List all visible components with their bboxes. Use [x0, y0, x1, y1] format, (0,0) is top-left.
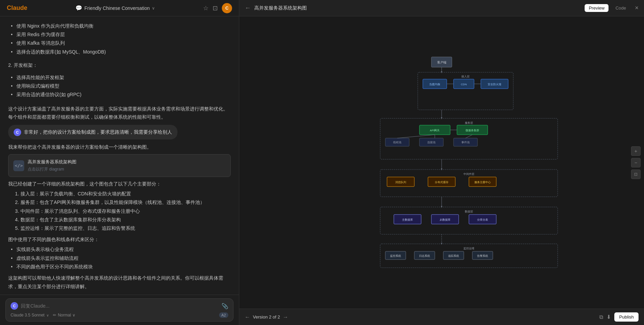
input-area: C 📎 Claude 3.5 Sonnet ∨ ✏ Normal ∨ A2	[0, 295, 239, 325]
share-icon[interactable]: ⊡	[213, 4, 218, 12]
list-item: 使用 Nginx 作为反向代理和负载均衡	[11, 22, 231, 30]
chat-content: 使用 Nginx 作为反向代理和负载均衡 采用 Redis 作为缓存层 使用 K…	[0, 16, 239, 295]
version-label: Version 2 of 2	[253, 314, 280, 320]
preview-title: 高并发服务器系统架构图	[254, 5, 307, 11]
user-message-text: 非常好，把你的设计方案绘制成图，要求思路清晰，我需要分享给别人	[24, 128, 172, 136]
next-version-button[interactable]: →	[283, 314, 288, 320]
preview-header-right: Preview Code ×	[585, 4, 639, 12]
model-label: Claude 3.5 Sonnet	[11, 313, 44, 317]
list-item: 1. 接入层：展示了负载均衡、CDN和安全防火墙的配置	[15, 190, 231, 198]
svg-text:日志系统: 日志系统	[419, 254, 430, 257]
download-button[interactable]: ⬇	[606, 314, 611, 320]
zoom-out-button[interactable]: −	[631, 158, 641, 167]
list-item: 采用合适的通信协议(如 gRPC)	[11, 90, 231, 99]
attach-icon[interactable]: 📎	[221, 303, 228, 309]
svg-text:监控运维: 监控运维	[463, 247, 474, 250]
bullet-list-2: 选择高性能的开发框架 使用响应式编程模型 采用合适的通信协议(如 gRPC)	[8, 73, 231, 99]
tab-code-button[interactable]: Code	[611, 4, 630, 12]
svg-text:客户端: 客户端	[437, 61, 446, 64]
summary-text: 这个设计方案涵盖了高并发服务器的主要方面，实际实施需要根据具体业务需求和场景进行…	[8, 105, 231, 121]
chat-icon: 💬	[75, 5, 82, 11]
input-user-icon: C	[11, 302, 18, 310]
list-item: 实线箭头表示核心业务流程	[11, 245, 231, 254]
svg-text:从数据库: 从数据库	[440, 218, 450, 221]
preview-header-left: ← 高并发服务器系统架构图	[245, 4, 307, 12]
svg-text:分库分表: 分库分表	[477, 218, 488, 221]
top-bar: Claude 💬 Friendly Chinese Conversation ∨…	[0, 0, 239, 16]
preview-footer: ← Version 2 of 2 → ⧉ ⬇ Publish	[239, 309, 644, 325]
svg-text:API网关: API网关	[430, 129, 440, 132]
mode-chevron-icon: ∨	[72, 313, 75, 317]
preview-canvas: 客户端 接入层 负载均衡 CDN 安全防火墙 服务层	[239, 16, 644, 309]
model-chevron-icon: ∨	[46, 313, 49, 317]
user-message-bubble: C 非常好，把你的设计方案绘制成图，要求思路清晰，我需要分享给别人	[8, 125, 177, 139]
mode-selector[interactable]: ✏ Normal ∨	[53, 313, 75, 317]
model-selector[interactable]: Claude 3.5 Sonnet ∨	[11, 313, 49, 317]
conversation-title[interactable]: 💬 Friendly Chinese Conversation ∨	[75, 5, 155, 11]
assistant-desc: 我已经创建了一个详细的系统架构图，这个图包含了以下几个主要部分：	[8, 180, 231, 188]
assistant-intro: 我来帮你把这个高并发服务器的设计方案绘制成一个清晰的架构图。	[8, 143, 231, 151]
right-panel: ← 高并发服务器系统架构图 Preview Code × 客户端 接入层 负载均…	[239, 0, 644, 325]
preview-back-button[interactable]: ←	[245, 4, 251, 12]
prev-version-button[interactable]: ←	[245, 314, 250, 320]
preview-header: ← 高并发服务器系统架构图 Preview Code ×	[239, 0, 644, 16]
code-block-info: 高并发服务器系统架构图 点击以打开 diagram	[28, 158, 76, 173]
left-panel: Claude 💬 Friendly Chinese Conversation ∨…	[0, 0, 239, 325]
bullet-list-1: 使用 Nginx 作为反向代理和负载均衡 采用 Redis 作为缓存层 使用 K…	[8, 22, 231, 56]
zoom-controls: + − ⊡	[631, 146, 641, 179]
list-item: 使用 Kafka 等消息队列	[11, 39, 231, 47]
assistant-closing: 这架构图可以帮助他人快速理解整个高并发系统的设计思路和各个组件之间的关系。你可以…	[8, 274, 231, 291]
svg-text:CDN: CDN	[461, 83, 467, 86]
svg-text:负载均衡: 负载均衡	[429, 83, 440, 86]
tab-preview-button[interactable]: Preview	[585, 4, 609, 12]
svg-text:事件池: 事件池	[461, 141, 470, 144]
zoom-in-button[interactable]: +	[631, 146, 641, 156]
svg-text:主数据库: 主数据库	[402, 218, 413, 221]
list-item: 采用 Redis 作为缓存层	[11, 30, 231, 39]
copy-button[interactable]: ⧉	[599, 314, 603, 320]
svg-text:服务注册中心: 服务注册中心	[474, 181, 491, 184]
conversation-title-text: Friendly Chinese Conversation	[84, 5, 149, 11]
svg-text:追踪系统: 追踪系统	[448, 254, 459, 257]
code-icon: </>	[13, 160, 24, 171]
svg-text:安全防火墙: 安全防火墙	[488, 83, 501, 86]
svg-text:连接池: 连接池	[427, 141, 435, 144]
star-icon[interactable]: ☆	[203, 4, 209, 12]
publish-button[interactable]: Publish	[614, 312, 639, 322]
code-block-ref[interactable]: </> 高并发服务器系统架构图 点击以打开 diagram	[8, 154, 231, 177]
svg-text:告警系统: 告警系统	[477, 254, 488, 257]
footer-right: ⧉ ⬇ Publish	[599, 312, 639, 322]
svg-text:线程池: 线程池	[393, 141, 401, 144]
input-footer: Claude 3.5 Sonnet ∨ ✏ Normal ∨ A2	[11, 312, 228, 318]
token-badge: A2	[219, 312, 228, 318]
list-item: 5. 监控运维：展示了完整的监控、日志、追踪和告警系统	[15, 224, 231, 233]
svg-text:分布式缓存: 分布式缓存	[435, 181, 448, 184]
code-block-subtitle: 点击以打开 diagram	[28, 166, 76, 173]
avatar[interactable]: C	[222, 3, 232, 13]
list-item: 选择合适的数据库(如 MySQL、MongoDB)	[11, 48, 231, 56]
input-box: C 📎 Claude 3.5 Sonnet ∨ ✏ Normal ∨ A2	[5, 298, 233, 322]
list-item: 虚线箭头表示监控和辅助流程	[11, 254, 231, 263]
legend-intro: 图中使用了不同的颜色和线条样式来区分：	[8, 235, 231, 244]
section-heading-2: 2. 开发框架：	[8, 62, 231, 69]
code-block-title: 高并发服务器系统架构图	[28, 158, 76, 166]
footer-left: ← Version 2 of 2 →	[245, 314, 288, 320]
input-row: C 📎	[11, 302, 228, 310]
svg-text:数据层: 数据层	[465, 210, 473, 213]
list-item: 4. 数据层：包含了主从数据库集群和分库分表架构	[15, 216, 231, 224]
svg-text:中间件层: 中间件层	[463, 173, 474, 176]
user-avatar-small: C	[14, 129, 21, 136]
numbered-list: 1. 接入层：展示了负载均衡、CDN和安全防火墙的配置 2. 服务层：包含了AP…	[8, 190, 231, 233]
title-chevron-icon: ∨	[152, 6, 155, 11]
svg-text:接入层: 接入层	[461, 75, 470, 78]
fit-view-button[interactable]: ⊡	[631, 169, 641, 179]
chat-input[interactable]	[21, 303, 219, 309]
mode-label: Normal	[58, 313, 71, 317]
app-name: Claude	[7, 4, 27, 12]
list-item: 选择高性能的开发框架	[11, 73, 231, 82]
list-item: 使用响应式编程模型	[11, 82, 231, 90]
preview-close-button[interactable]: ×	[635, 4, 639, 12]
list-item: 3. 中间件层：展示了消息队列、分布式缓存和服务注册中心	[15, 207, 231, 216]
svg-text:服务层: 服务层	[465, 121, 473, 124]
svg-text:微服务集群: 微服务集群	[466, 129, 479, 132]
